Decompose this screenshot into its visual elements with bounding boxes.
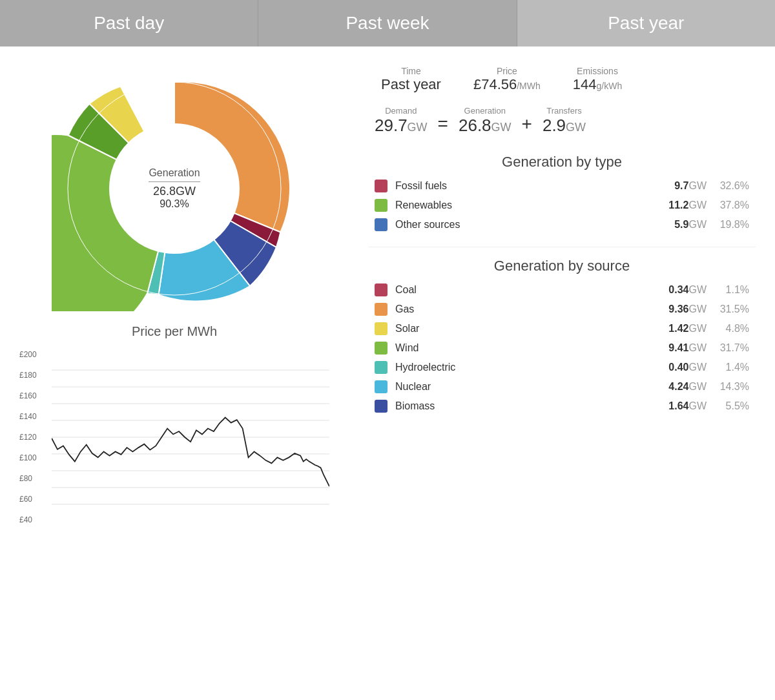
stat-price-value: £74.56/MWh (473, 76, 541, 93)
tab-past-day[interactable]: Past day (0, 0, 258, 46)
gen-source-pct: 1.1% (717, 284, 749, 296)
stat-time-value: Past year (381, 76, 441, 93)
section-divider (368, 247, 756, 247)
gen-type-name: Fossil fuels (395, 180, 674, 192)
donut-center-value: 26.8GW (149, 185, 200, 198)
gen-source-gw: 9.41GW (668, 342, 707, 354)
left-panel: Generation 26.8GW 90.3% Price per MWh (0, 59, 349, 528)
gen-source-pct: 31.7% (717, 342, 749, 354)
generation-label: Generation (459, 106, 512, 116)
gen-source-color (375, 400, 388, 413)
gen-source-gw: 0.34GW (668, 284, 707, 296)
header-tabs: Past day Past week Past year (0, 0, 775, 46)
gen-source-pct: 14.3% (717, 381, 749, 393)
gen-source-name: Gas (395, 304, 668, 315)
y-label-40: £40 (19, 516, 37, 524)
gen-type-color (375, 180, 388, 192)
demand-row: Demand 29.7GW = Generation 26.8GW + Tran… (368, 106, 756, 136)
gen-source-gw: 0.40GW (668, 362, 707, 373)
gen-type-color (375, 218, 388, 231)
stat-time: Time Past year (381, 66, 441, 93)
gen-source-item: Coal 0.34GW 1.1% (368, 283, 756, 296)
transfers-label: Transfers (542, 106, 586, 116)
gen-source-gw: 9.36GW (668, 304, 707, 315)
y-label-160: £160 (19, 392, 37, 400)
gen-source-pct: 4.8% (717, 323, 749, 335)
y-label-100: £100 (19, 454, 37, 462)
gen-source-color (375, 361, 388, 374)
gen-type-item: Other sources 5.9GW 19.8% (368, 218, 756, 231)
gen-type-pct: 32.6% (717, 180, 749, 192)
plus-operator: + (522, 107, 532, 134)
demand-value: 29.7GW (375, 116, 428, 136)
gen-source-color (375, 283, 388, 296)
right-panel: Time Past year Price £74.56/MWh Emission… (349, 59, 775, 528)
gen-by-source-list: Coal 0.34GW 1.1% Gas 9.36GW 31.5% Solar … (368, 283, 756, 413)
donut-center: Generation 26.8GW 90.3% (149, 167, 200, 210)
y-label-120: £120 (19, 433, 37, 441)
gen-source-color (375, 342, 388, 355)
gen-source-pct: 1.4% (717, 362, 749, 373)
gen-type-color (375, 199, 388, 212)
gen-source-name: Biomass (395, 400, 668, 412)
y-label-200: £200 (19, 351, 37, 358)
gen-source-pct: 31.5% (717, 304, 749, 315)
generation-value: 26.8GW (459, 116, 512, 136)
y-label-80: £80 (19, 475, 37, 482)
gen-source-gw: 1.64GW (668, 400, 707, 412)
gen-source-color (375, 322, 388, 335)
y-label-180: £180 (19, 371, 37, 379)
transfers-item: Transfers 2.9GW (542, 106, 586, 136)
gen-source-gw: 1.42GW (668, 323, 707, 335)
demand-label: Demand (375, 106, 428, 116)
donut-chart: Generation 26.8GW 90.3% (52, 66, 297, 311)
gen-type-item: Renewables 11.2GW 37.8% (368, 199, 756, 212)
gen-by-type-list: Fossil fuels 9.7GW 32.6% Renewables 11.2… (368, 180, 756, 231)
price-chart-wrapper: £200 £180 £160 £140 £120 £100 £80 £60 £4… (19, 347, 329, 528)
stats-row: Time Past year Price £74.56/MWh Emission… (368, 66, 756, 93)
gen-source-item: Biomass 1.64GW 5.5% (368, 400, 756, 413)
demand-item: Demand 29.7GW (375, 106, 428, 136)
stat-price: Price £74.56/MWh (473, 66, 541, 93)
main-content: Generation 26.8GW 90.3% Price per MWh (0, 46, 775, 528)
gen-source-item: Wind 9.41GW 31.7% (368, 342, 756, 355)
gen-source-name: Solar (395, 323, 668, 335)
gen-type-gw: 11.2GW (668, 200, 707, 211)
gen-source-color (375, 303, 388, 316)
generation-item: Generation 26.8GW (459, 106, 512, 136)
gen-source-color (375, 380, 388, 393)
gen-source-item: Hydroelectric 0.40GW 1.4% (368, 361, 756, 374)
stat-price-label: Price (473, 66, 541, 76)
donut-center-divider (149, 181, 200, 182)
donut-center-label: Generation (149, 167, 200, 179)
gen-source-name: Nuclear (395, 381, 668, 393)
gen-by-source-title: Generation by source (368, 258, 756, 274)
gen-source-pct: 5.5% (717, 400, 749, 412)
gen-type-pct: 19.8% (717, 219, 749, 231)
gen-type-name: Renewables (395, 200, 668, 211)
gen-source-name: Wind (395, 342, 668, 354)
gen-by-type-title: Generation by type (368, 154, 756, 170)
gen-type-gw: 5.9GW (674, 219, 707, 231)
price-chart-section: Price per MWh (13, 324, 336, 528)
gen-source-item: Nuclear 4.24GW 14.3% (368, 380, 756, 393)
gen-source-item: Gas 9.36GW 31.5% (368, 303, 756, 316)
tab-past-week[interactable]: Past week (258, 0, 517, 46)
donut-center-pct: 90.3% (149, 198, 200, 210)
stat-emissions-label: Emissions (573, 66, 622, 76)
stat-emissions-value: 144g/kWh (573, 76, 622, 93)
gen-source-name: Coal (395, 284, 668, 296)
stat-emissions: Emissions 144g/kWh (573, 66, 622, 93)
equals-operator: = (438, 107, 448, 134)
gen-type-gw: 9.7GW (674, 180, 707, 192)
gen-source-item: Solar 1.42GW 4.8% (368, 322, 756, 335)
gen-type-item: Fossil fuels 9.7GW 32.6% (368, 180, 756, 192)
gen-type-pct: 37.8% (717, 200, 749, 211)
stat-time-label: Time (381, 66, 441, 76)
gen-source-gw: 4.24GW (668, 381, 707, 393)
gen-type-name: Other sources (395, 219, 674, 231)
transfers-value: 2.9GW (542, 116, 586, 136)
tab-past-year[interactable]: Past year (517, 0, 775, 46)
y-label-60: £60 (19, 495, 37, 503)
y-label-140: £140 (19, 413, 37, 420)
